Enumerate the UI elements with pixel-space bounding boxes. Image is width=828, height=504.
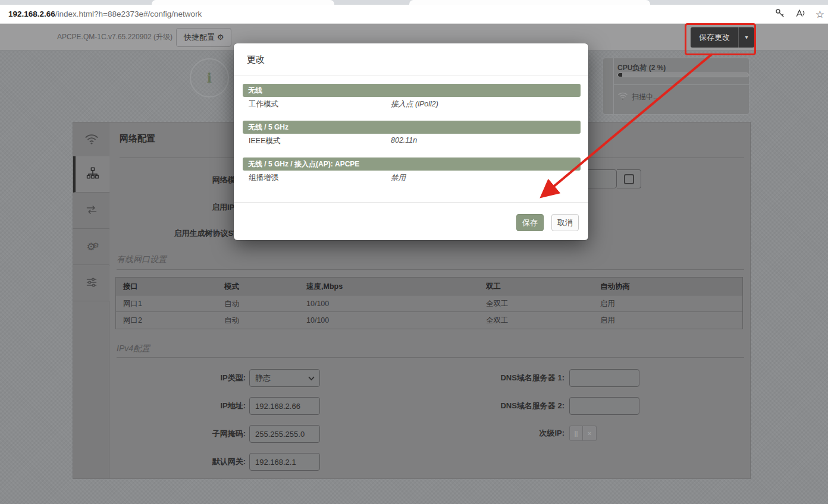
secondary-ip-toggle-button[interactable]: || [569,426,583,441]
setting-value: 禁用 [391,173,406,183]
col-interface: 接口 [123,278,138,295]
network-mode-label: 网络模式: [115,175,246,185]
url-path: /index.html?h=88e2373e#/config/network [55,10,202,18]
setting-label: 组播增强 [249,173,278,183]
col-duplex: 双工 [486,278,501,295]
browser-url-bar[interactable]: 192.168.2.66/index.html?h=88e2373e#/conf… [0,5,828,24]
read-aloud-icon[interactable] [795,8,806,21]
chevron-down-icon [308,376,315,380]
default-gateway-field[interactable] [249,453,320,471]
wifi-icon [84,133,99,147]
save-changes-button[interactable]: 保存更改 [691,27,738,48]
subnet-mask-field[interactable] [249,425,320,443]
favorite-star-icon[interactable]: ☆ [816,8,824,21]
gear-icon: ⚙ [217,33,224,42]
scanning-status: 扫描中... [617,92,659,102]
secondary-ip-controls: || × [569,426,597,441]
sliders-icon [85,276,98,291]
chevron-down-icon[interactable]: ▾ [739,27,754,48]
enable-stp-label: 启用生成树协议STP: [115,228,246,239]
table-row: 网口2 自动 10/100 全双工 启用 [116,312,742,329]
wired-ports-table: 接口 模式 速度,Mbps 双工 自动协商 网口1 自动 10/100 全双工 … [115,277,743,329]
sidebar-item-system[interactable] [73,266,109,301]
setting-value: 802.11n [391,136,417,144]
modal-save-button[interactable]: 保存 [516,214,544,231]
col-speed: 速度,Mbps [306,278,343,295]
gears-icon: ⚙⚙ [86,241,96,253]
setting-label: 工作模式 [249,99,278,109]
quick-config-button[interactable]: 快捷配置 ⚙ [176,28,231,47]
device-firmware-label: APCPE.QM-1C.v7.65.220902 (升级) [24,24,172,51]
default-gateway-label: 默认网关: [115,453,246,471]
col-autoneg: 自动协商 [600,278,630,295]
checkbox-addon [617,169,641,188]
password-key-icon[interactable] [774,8,785,21]
dns2-field[interactable] [569,397,639,415]
dns2-label: DNS域名服务器 2: [434,397,564,415]
exchange-arrows-icon [85,204,98,218]
section-header-ap: 无线 / 5 GHz / 接入点(AP): APCPE [243,158,581,171]
section-header-5ghz: 无线 / 5 GHz [243,121,581,134]
setting-value: 接入点 (iPoll2) [391,99,438,109]
dns1-field[interactable] [569,369,639,387]
network-option-checkbox[interactable] [624,174,634,184]
status-card: CPU负荷 (2 %) 扫描中... [603,58,749,115]
sidebar-item-traffic[interactable] [73,193,109,229]
network-topology-icon [86,166,99,182]
scanning-label: 扫描中... [632,92,659,102]
sidebar-item-wireless[interactable] [73,122,109,158]
browser-tab[interactable] [152,0,334,5]
modal-title: 更改 [247,54,265,65]
secondary-ip-label: 次级IP: [434,424,564,442]
url-host: 192.168.2.66 [8,10,55,18]
setting-label: IEEE模式 [249,136,281,146]
changes-modal: 更改 无线 工作模式 接入点 (iPoll2) 无线 / 5 GHz IEEE模… [234,43,588,240]
sidebar-item-network[interactable] [73,156,109,193]
page-title: 网络配置 [120,133,155,144]
browser-tab-strip [0,0,828,5]
save-changes-split-button[interactable]: 保存更改 ▾ [691,27,754,48]
table-row: 网口1 自动 10/100 全双工 启用 [116,295,742,312]
screen: 192.168.2.66/index.html?h=88e2373e#/conf… [0,0,828,504]
wifi-icon [617,92,628,102]
col-mode: 模式 [224,278,239,295]
section-header-wireless: 无线 [243,84,581,97]
sidebar: ⚙⚙ [73,122,109,478]
ip-address-label: IP地址: [115,397,246,415]
page-url[interactable]: 192.168.2.66/index.html?h=88e2373e#/conf… [8,5,202,24]
info-icon: i [196,64,223,92]
ip-address-field[interactable] [249,397,320,415]
subnet-mask-label: 子网掩码: [115,425,246,443]
dns1-label: DNS域名服务器 1: [434,369,564,387]
ip-type-select[interactable]: 静态 [249,369,320,387]
browser-tab[interactable] [409,0,650,5]
cpu-load-progressbar [617,73,749,77]
enable-ipv6-label: 启用IPv6: [115,202,246,213]
cpu-load-fill [618,73,622,77]
ip-type-label: IP类型: [115,369,246,387]
sidebar-item-services[interactable]: ⚙⚙ [73,229,109,265]
table-header-row: 接口 模式 速度,Mbps 双工 自动协商 [116,278,742,295]
info-indicator: i [190,58,229,97]
cpu-load-label: CPU负荷 (2 %) [617,63,666,73]
ipv4-heading: IPv4配置 [117,344,150,354]
modal-cancel-button[interactable]: 取消 [551,214,579,231]
wired-ports-heading: 有线网口设置 [117,254,167,265]
secondary-ip-remove-button[interactable]: × [583,426,597,441]
